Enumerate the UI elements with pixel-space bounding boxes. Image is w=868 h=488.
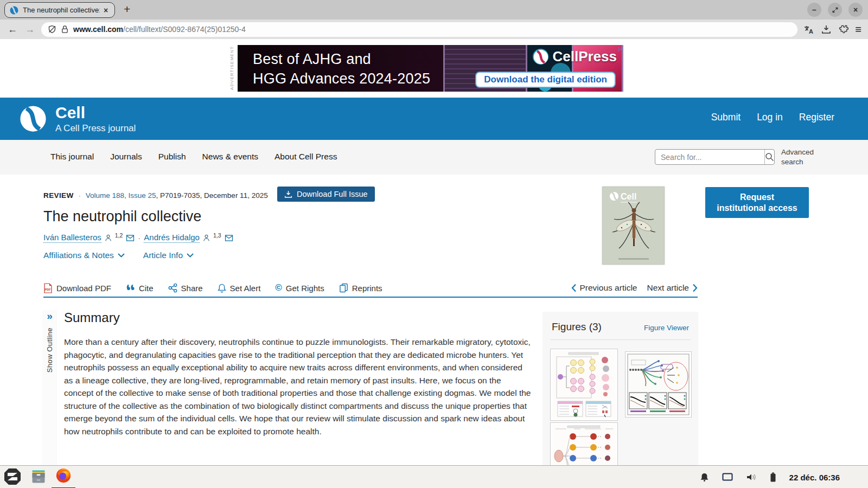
back-button[interactable]: ← xyxy=(7,24,18,35)
previous-article-link[interactable]: Previous article xyxy=(571,283,637,293)
notifications-bell-icon[interactable] xyxy=(700,472,709,482)
extensions-puzzle-icon[interactable] xyxy=(838,24,850,34)
ad-image-strip xyxy=(622,45,623,92)
downloads-icon[interactable] xyxy=(820,25,832,34)
translate-icon[interactable]: A xyxy=(803,25,815,34)
advertisement-label: ADVERTISEMENT xyxy=(229,45,238,92)
web-page: ADVERTISEMENT Best of AJHG and HGG Advan… xyxy=(0,39,868,465)
clock[interactable]: 22 déc. 06:36 xyxy=(789,473,840,482)
nav-publish[interactable]: Publish xyxy=(158,152,186,162)
file-manager-icon[interactable] xyxy=(30,468,47,485)
meta-pages-date: , P7019-7035, December 11, 2025 xyxy=(156,191,268,200)
browser-tab[interactable]: The neutrophil collective: C × xyxy=(4,2,115,18)
svg-text:A: A xyxy=(809,28,813,34)
figure-3-thumbnail[interactable] xyxy=(550,422,618,465)
search-button[interactable] xyxy=(764,150,774,164)
header-links: Submit Log in Register xyxy=(711,112,834,123)
menu-icon[interactable]: ≡ xyxy=(855,23,861,36)
show-outline-label[interactable]: Show Outline xyxy=(46,328,54,373)
download-pdf-button[interactable]: PDF Download PDF xyxy=(43,283,111,293)
cell-logo-icon xyxy=(18,104,48,133)
download-full-issue-button[interactable]: Download Full Issue xyxy=(277,187,375,202)
issue-link[interactable]: Volume 188, Issue 25 xyxy=(86,191,156,200)
shield-slash-icon[interactable] xyxy=(48,25,56,34)
author-link[interactable]: Andrés Hidalgo xyxy=(144,233,200,243)
submit-link[interactable]: Submit xyxy=(711,112,741,123)
nav-news-events[interactable]: News & events xyxy=(202,152,258,162)
nav-journals[interactable]: Journals xyxy=(110,152,142,162)
close-window-button[interactable]: × xyxy=(848,3,863,17)
email-icon[interactable] xyxy=(126,235,135,241)
cite-button[interactable]: Cite xyxy=(126,284,154,293)
share-button[interactable]: Share xyxy=(168,283,203,293)
nav-about-cell-press[interactable]: About Cell Press xyxy=(275,152,337,162)
next-article-link[interactable]: Next article xyxy=(647,283,698,293)
chevron-right-icon xyxy=(692,284,698,292)
restore-icon xyxy=(832,7,839,14)
battery-icon[interactable] xyxy=(770,472,776,482)
author-list: Iván Ballesteros 1,2 · Andrés Hidalgo 1,… xyxy=(43,233,233,243)
affiliations-toggle[interactable]: Affiliations & Notes xyxy=(43,251,125,260)
ad-creative[interactable]: Best of AJHG and HGG Advances 2024-2025 … xyxy=(238,45,623,92)
journal-cover-image[interactable]: Cell xyxy=(602,187,665,265)
login-link[interactable]: Log in xyxy=(757,112,783,123)
tab-close-icon[interactable]: × xyxy=(104,6,108,15)
email-icon[interactable] xyxy=(225,235,233,241)
advanced-search-link[interactable]: Advanced search xyxy=(781,147,814,166)
share-icon xyxy=(168,283,177,293)
forward-button[interactable]: → xyxy=(24,24,36,35)
window-controls: – × xyxy=(807,3,863,17)
figure-2-thumbnail[interactable] xyxy=(625,351,692,418)
get-rights-button[interactable]: © Get Rights xyxy=(275,282,324,293)
adchoices-icon[interactable]: ▷ xyxy=(618,46,622,52)
register-link[interactable]: Register xyxy=(799,112,834,123)
ad-banner: ADVERTISEMENT Best of AJHG and HGG Advan… xyxy=(229,45,623,92)
figure-2-image xyxy=(627,354,690,415)
summary-body: More than a century after their discover… xyxy=(64,336,533,438)
browser-url-bar: ← → www.cell.com/cell/fulltext/S0092-867… xyxy=(0,20,868,39)
ad-cta-button[interactable]: Download the digital edition xyxy=(475,72,616,88)
display-icon[interactable] xyxy=(722,473,733,481)
address-field[interactable]: www.cell.com/cell/fulltext/S0092-8674(25… xyxy=(41,22,797,37)
article-title: The neutrophil collective xyxy=(43,208,201,225)
person-icon xyxy=(105,234,112,242)
new-tab-button[interactable]: + xyxy=(124,3,130,16)
restore-button[interactable] xyxy=(828,3,842,17)
person-icon xyxy=(203,234,210,242)
search-icon xyxy=(765,152,774,162)
cite-quote-icon xyxy=(126,284,135,292)
summary-heading: Summary xyxy=(64,310,533,325)
journal-brand[interactable]: Cell A Cell Press journal xyxy=(18,104,136,134)
chevron-down-icon xyxy=(118,253,125,258)
expand-outline-icon[interactable]: » xyxy=(42,310,57,322)
show-outline-rail[interactable]: » Show Outline xyxy=(42,310,57,465)
article-pager: Previous article Next article xyxy=(571,283,698,293)
journal-tagline: A Cell Press journal xyxy=(55,123,136,134)
volume-icon[interactable] xyxy=(746,473,757,481)
firefox-icon[interactable] xyxy=(55,467,72,486)
tab-title: The neutrophil collective: C xyxy=(23,6,100,14)
search-input[interactable] xyxy=(655,150,764,164)
nav-this-journal[interactable]: This journal xyxy=(50,152,94,162)
zorin-menu-icon[interactable] xyxy=(3,467,22,486)
figure-viewer-link[interactable]: Figure Viewer xyxy=(644,324,689,332)
figures-heading: Figures (3) xyxy=(552,321,602,333)
search-box xyxy=(655,149,775,165)
lock-icon[interactable] xyxy=(61,25,69,34)
minimize-button[interactable]: – xyxy=(807,3,821,17)
copyright-icon: © xyxy=(275,282,282,293)
article-info-toggle[interactable]: Article Info xyxy=(143,251,194,260)
figure-1-thumbnail[interactable] xyxy=(550,349,618,421)
reprints-button[interactable]: Reprints xyxy=(339,283,382,293)
journal-name[interactable]: Cell xyxy=(55,104,136,121)
url-host: www.cell.com xyxy=(73,25,123,34)
set-alert-button[interactable]: Set Alert xyxy=(218,283,261,293)
author-link[interactable]: Iván Ballesteros xyxy=(43,233,101,243)
screen: The neutrophil collective: C × + – × ← → xyxy=(0,0,868,488)
request-institutional-access-button[interactable]: Request institutional access xyxy=(705,187,809,218)
url-text: www.cell.com/cell/fulltext/S0092-8674(25… xyxy=(73,25,246,34)
article-toggles: Affiliations & Notes Article Info xyxy=(43,251,194,260)
cell-favicon-icon xyxy=(9,5,19,15)
figures-panel: Figures (3) Figure Viewer xyxy=(542,312,698,465)
figure-1-image xyxy=(552,351,616,419)
